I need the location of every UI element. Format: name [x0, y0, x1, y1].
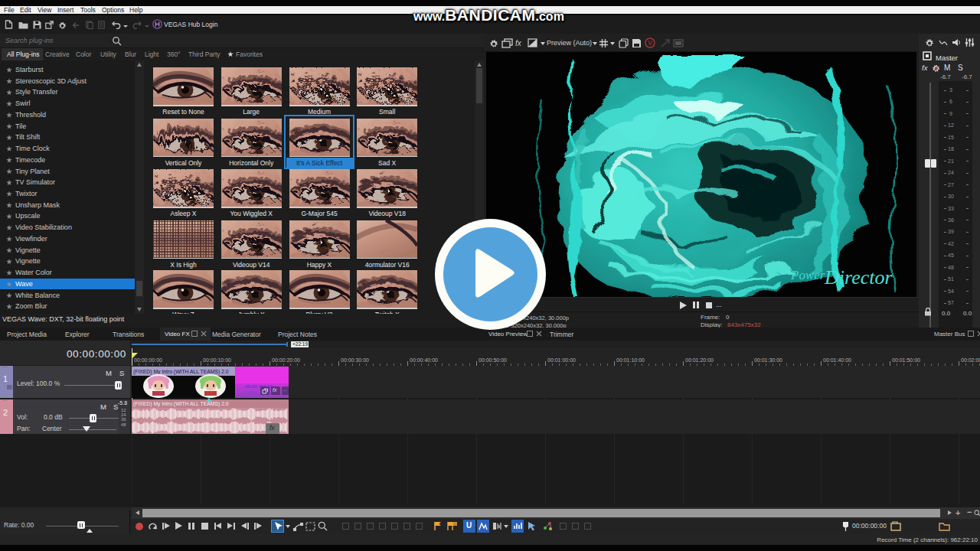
svg-text:Director: Director: [824, 266, 893, 289]
svg-text:V: V: [648, 39, 652, 47]
svg-text:Power: Power: [790, 268, 825, 282]
